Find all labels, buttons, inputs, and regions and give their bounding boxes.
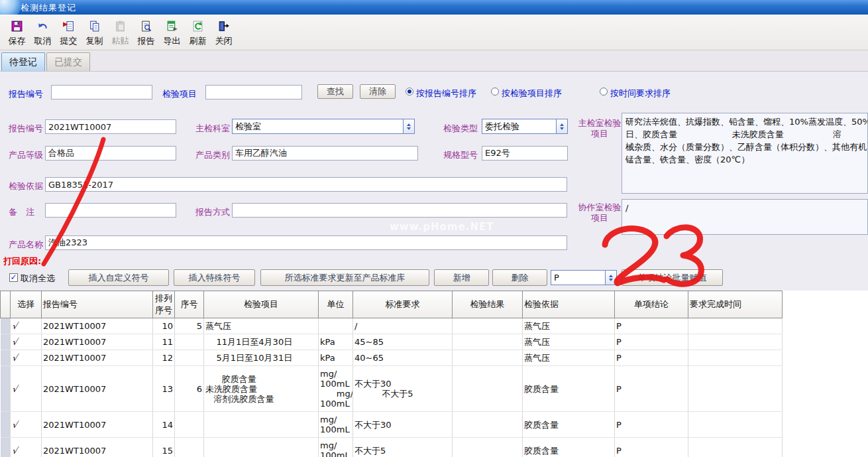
conclusion-select[interactable]: P	[551, 270, 617, 285]
sort-radio-report-no[interactable]	[406, 88, 413, 96]
column-header-order_no[interactable]: 排列 序号	[153, 291, 175, 318]
stepper-icon[interactable]	[556, 119, 567, 133]
cell-unit	[319, 318, 353, 334]
cell-standard: 40~65	[353, 350, 453, 366]
cell-due	[688, 350, 783, 366]
toolbar-button-cancel[interactable]: 取消	[30, 17, 56, 48]
cell-conclusion: P	[615, 366, 688, 412]
insert-special-symbol-button[interactable]: 插入特殊符号	[174, 269, 255, 286]
coop-items-textarea[interactable]: /	[622, 199, 868, 235]
cell-seq_no	[175, 412, 204, 438]
cell-unit: mg/ 100mL	[319, 412, 353, 438]
cell-order_no: 10	[153, 318, 175, 334]
find-button[interactable]: 查找	[317, 84, 353, 99]
cell-gutter	[1, 412, 11, 438]
update-standard-button[interactable]: 所选标准要求更新至产品标准库	[260, 269, 429, 286]
cell-select[interactable]: √	[11, 350, 42, 366]
inspect-type-select[interactable]: 委托检验	[482, 119, 568, 134]
toolbar-button-export[interactable]: 导出	[159, 17, 185, 48]
cell-basis: 胶质含量	[523, 366, 615, 412]
column-header-select[interactable]: 选择	[11, 291, 42, 318]
sort-label-report-no[interactable]: 按报告编号排序	[416, 88, 476, 99]
toolbar-button-refresh[interactable]: 刷新	[185, 17, 211, 48]
cell-result	[453, 366, 523, 412]
stepper-icon[interactable]	[403, 119, 414, 133]
paste-icon	[114, 20, 127, 35]
cell-gutter	[1, 366, 11, 412]
toolbar: 保存 取消 提交 复制 粘贴 报告 导出 刷新	[0, 15, 868, 50]
column-header-standard[interactable]: 标准要求	[353, 291, 453, 318]
category-field[interactable]	[232, 146, 418, 161]
main-dept-select[interactable]: 检验室	[232, 119, 415, 134]
grade-field[interactable]	[45, 146, 176, 161]
toolbar-button-submit[interactable]: 提交	[56, 17, 81, 48]
toolbar-button-save[interactable]: 保存	[4, 17, 30, 48]
results-tbody: √2021WT10007105蒸气压/蒸气压P√2021WT1000711 11…	[1, 318, 783, 457]
table-row[interactable]: √2021WT1000712 5月1日至10月31日kPa40~65蒸气压P	[1, 350, 783, 366]
table-row[interactable]: √2021WT1000711 11月1日至4月30日kPa45~85蒸气压P	[1, 334, 783, 350]
product-name-field[interactable]	[45, 235, 567, 250]
column-header-result[interactable]: 检验结果	[453, 291, 523, 318]
toolbar-button-copy[interactable]: 复制	[81, 17, 107, 48]
search-item-label: 检验项目	[162, 88, 197, 100]
column-header-unit[interactable]: 单位	[319, 291, 353, 318]
column-header-report_no[interactable]: 报告编号	[42, 291, 153, 318]
inspect-type-label: 检验类型	[443, 123, 478, 135]
uncheck-all-checkbox[interactable]	[9, 273, 18, 282]
search-report-no-input[interactable]	[51, 85, 152, 99]
spec-label: 规格型号	[443, 149, 478, 161]
table-row[interactable]: √2021WT1000714mg/ 100mL不大于30胶质含量P	[1, 412, 783, 438]
column-header-item[interactable]: 检验项目	[204, 291, 319, 318]
column-header-conclusion[interactable]: 单项结论	[615, 291, 688, 318]
cell-conclusion: P	[615, 350, 688, 366]
sort-radio-time[interactable]	[600, 88, 608, 96]
cell-unit: kPa	[319, 350, 353, 366]
column-header-due[interactable]: 要求完成时间	[688, 291, 783, 318]
column-header-gutter[interactable]	[1, 291, 11, 318]
spec-field[interactable]	[482, 146, 568, 161]
report-method-field[interactable]	[232, 203, 567, 218]
cell-due	[688, 318, 783, 334]
main-items-textarea[interactable]: 研究法辛烷值、抗爆指数、铅含量、馏程、10%蒸发温度、50%蒸 日、胶质含量 未…	[622, 113, 868, 194]
table-row[interactable]: √2021WT1000715mg/ 100mL不大于5胶质含量P	[1, 438, 783, 457]
insert-custom-symbol-button[interactable]: 插入自定义符号	[68, 269, 169, 286]
cell-order_no: 11	[153, 334, 175, 350]
report-no-field[interactable]	[45, 119, 176, 134]
cell-select[interactable]: √	[11, 438, 42, 457]
sort-label-item[interactable]: 按检验项目排序	[502, 88, 562, 99]
cell-conclusion: P	[615, 412, 688, 438]
basis-field[interactable]	[45, 177, 567, 192]
toolbar-button-paste[interactable]: 粘贴	[107, 17, 133, 48]
tab-pending[interactable]: 待登记	[1, 52, 45, 71]
sort-label-time[interactable]: 按时间要求排序	[610, 88, 671, 99]
cell-item: 11月1日至4月30日	[204, 334, 319, 350]
remark-field[interactable]	[45, 203, 176, 218]
cell-seq_no	[175, 438, 204, 457]
save-icon	[11, 20, 23, 35]
toolbar-button-close[interactable]: 关闭	[211, 17, 237, 48]
report-method-label: 报告方式	[195, 206, 230, 218]
search-item-input[interactable]	[205, 85, 302, 99]
column-header-basis[interactable]: 检验依据	[523, 291, 615, 318]
uncheck-all-label[interactable]: 取消全选	[21, 273, 55, 285]
cell-order_no: 13	[153, 366, 175, 412]
clear-button[interactable]: 清除	[360, 84, 396, 99]
table-row[interactable]: √2021WT10007105蒸气压/蒸气压P	[1, 318, 783, 334]
add-button[interactable]: 新增	[434, 269, 489, 286]
report-icon	[140, 20, 152, 35]
column-header-seq_no[interactable]: 序号	[175, 291, 204, 318]
table-row[interactable]: √2021WT10007136 胶质含量 未洗胶质含量 溶剂洗胶质含量mg/ 1…	[1, 366, 783, 412]
sort-radio-item[interactable]	[491, 88, 499, 96]
cell-select[interactable]: √	[11, 334, 42, 350]
cell-seq_no: 6	[175, 366, 204, 412]
cell-result	[453, 412, 523, 438]
tab-strip: 待登记 已提交	[0, 50, 868, 72]
cell-select[interactable]: √	[11, 366, 42, 412]
cell-select[interactable]: √	[11, 412, 42, 438]
cell-select[interactable]: √	[11, 318, 42, 334]
toolbar-button-report[interactable]: 报告	[133, 17, 159, 48]
tab-submitted[interactable]: 已提交	[46, 52, 90, 71]
batch-assign-button[interactable]: 单项结论批量赋值	[622, 269, 723, 286]
delete-button[interactable]: 删除	[492, 269, 547, 286]
stepper-icon[interactable]	[605, 271, 616, 285]
